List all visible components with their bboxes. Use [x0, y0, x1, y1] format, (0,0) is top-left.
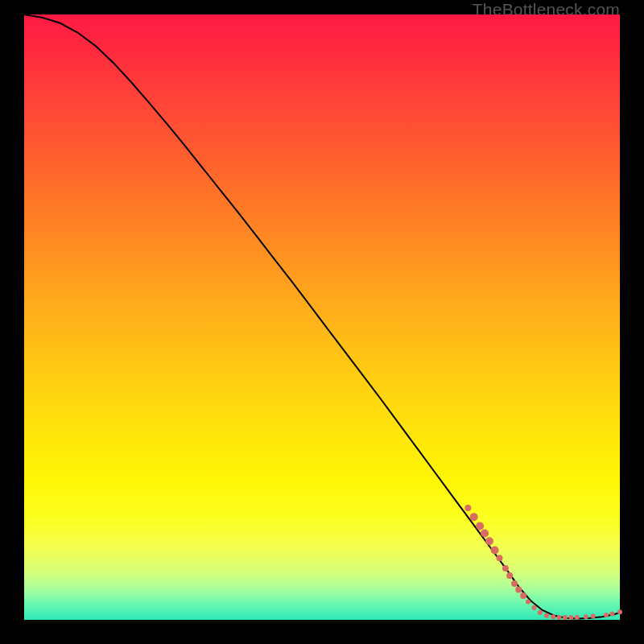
- data-dot: [515, 586, 522, 592]
- data-dot: [538, 610, 543, 615]
- data-dot: [609, 611, 614, 616]
- data-dot: [502, 565, 509, 572]
- data-dot: [604, 613, 609, 617]
- data-dots-group: [464, 505, 622, 620]
- data-dot: [584, 614, 588, 619]
- data-dot: [520, 592, 526, 599]
- data-dot: [617, 609, 622, 614]
- data-dot: [544, 613, 549, 618]
- data-dot: [568, 615, 573, 620]
- data-dot: [485, 537, 493, 545]
- data-dot: [575, 615, 580, 620]
- data-dot: [497, 555, 503, 561]
- data-dot: [481, 529, 489, 537]
- data-dot: [476, 522, 484, 530]
- data-dot: [531, 605, 536, 610]
- data-dot: [470, 513, 478, 521]
- chart-overlay: [24, 14, 620, 620]
- bottleneck-curve: [24, 14, 620, 619]
- data-dot: [563, 615, 568, 620]
- data-dot: [464, 505, 471, 511]
- data-dot: [506, 572, 513, 579]
- data-dot: [511, 580, 518, 587]
- data-dot: [591, 613, 596, 618]
- data-dot: [491, 547, 499, 555]
- data-dot: [551, 614, 555, 619]
- data-dot: [526, 599, 530, 604]
- data-dot: [557, 615, 562, 620]
- chart-frame: TheBottleneck.com: [0, 0, 644, 644]
